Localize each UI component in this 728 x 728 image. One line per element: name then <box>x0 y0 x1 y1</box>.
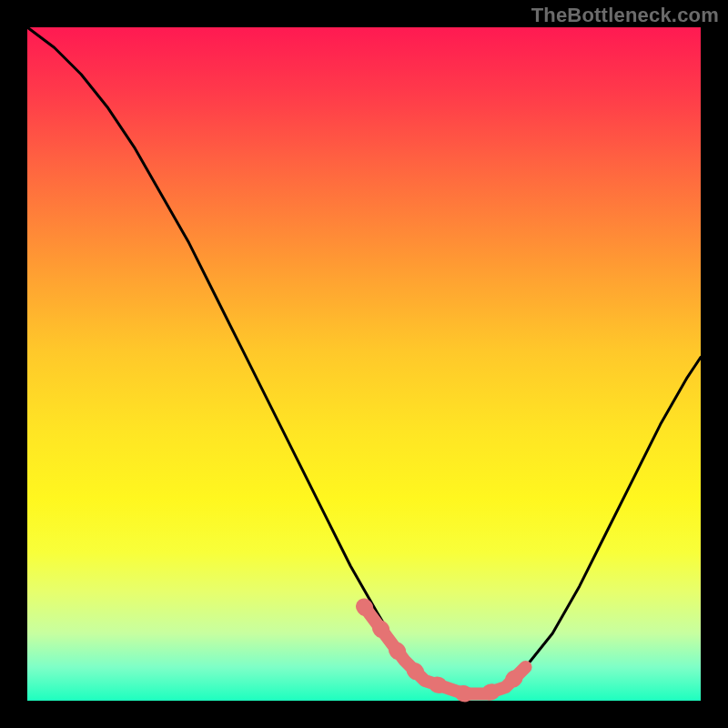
bottleneck-curve <box>27 27 701 694</box>
plot-area <box>27 27 701 701</box>
chart-frame: TheBottleneck.com <box>0 0 728 728</box>
watermark-text: TheBottleneck.com <box>531 4 719 27</box>
curve-layer <box>27 27 701 701</box>
optimal-range-highlight-fill <box>364 606 526 693</box>
